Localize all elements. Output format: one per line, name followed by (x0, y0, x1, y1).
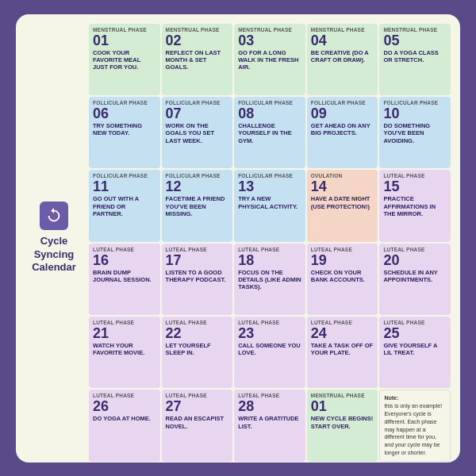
cell-text: GIVE YOURSELF A LIL TREAT. (383, 342, 447, 357)
cell-phase: Menstrual Phase (166, 27, 229, 33)
main-container: CycleSyncingCalendar Menstrual Phase 01 … (16, 14, 460, 463)
cell-02-1: Menstrual Phase 02 REFLECT ON LAST MONTH… (162, 24, 233, 95)
cell-number: 21 (93, 326, 156, 340)
cycle-icon (40, 202, 68, 230)
cell-text: DO YOGA AT HOME. (93, 415, 156, 422)
cell-text: WATCH YOUR FAVORITE MOVIE. (93, 342, 156, 357)
cell-10-9: Follicular Phase 10 DO SOMETHING YOU'VE … (379, 97, 451, 168)
cell-phase: Follicular Phase (166, 173, 229, 178)
cell-number: 22 (166, 326, 229, 340)
cell-number: 18 (238, 253, 301, 267)
cell-16-15: Luteal Phase 16 BRAIN DUMP JOURNAL SESSI… (89, 244, 160, 315)
cell-phase: Luteal Phase (311, 320, 374, 325)
cell-number: 08 (238, 106, 301, 121)
cell-14-13: Ovulation 14 HAVE A DATE NIGHT (USE PROT… (307, 170, 378, 241)
cell-phase: Follicular Phase (166, 100, 229, 106)
note-cell: Note: this is only an example! Everyone'… (379, 390, 451, 461)
cell-04-3: Menstrual Phase 04 BE CREATIVE (DO A CRA… (307, 24, 378, 95)
sidebar-title: CycleSyncingCalendar (32, 235, 76, 275)
cell-text: FOCUS ON THE DETAILS (LIKE ADMIN TASKS). (238, 269, 301, 291)
cell-phase: Menstrual Phase (93, 27, 156, 33)
cell-phase: Follicular Phase (238, 173, 301, 178)
cell-phase: Follicular Phase (238, 100, 301, 106)
cell-number: 15 (383, 179, 447, 194)
cell-text: LISTEN TO A GOOD THERAPY PODCAST. (166, 269, 229, 284)
cell-number: 23 (238, 326, 301, 340)
cell-phase: Luteal Phase (93, 247, 156, 252)
cell-09-8: Follicular Phase 09 GET AHEAD ON ANY BIG… (307, 97, 378, 168)
cell-number: 26 (93, 399, 156, 413)
cell-17-16: Luteal Phase 17 LISTEN TO A GOOD THERAPY… (162, 244, 233, 315)
cell-text: DO SOMETHING YOU'VE BEEN AVOIDING. (383, 122, 447, 144)
cell-01-28: Menstrual Phase 01 NEW CYCLE BEGINS! STA… (307, 390, 378, 461)
cell-phase: Follicular Phase (311, 100, 374, 106)
note-text: Note: this is only an example! Everyone'… (384, 394, 446, 456)
cell-number: 10 (383, 106, 447, 121)
cell-phase: Follicular Phase (93, 100, 156, 106)
cell-number: 13 (238, 179, 301, 194)
cell-text: SCHEDULE IN ANY APPOINTMENTS. (383, 269, 447, 284)
cell-phase: Luteal Phase (93, 320, 156, 325)
cell-23-22: Luteal Phase 23 CALL SOMEONE YOU LOVE. (234, 317, 305, 388)
cell-number: 27 (166, 399, 229, 413)
calendar-grid: Menstrual Phase 01 COOK YOUR FAVORITE ME… (89, 24, 451, 462)
cell-number: 07 (166, 106, 229, 121)
cell-phase: Luteal Phase (238, 320, 301, 325)
sidebar: CycleSyncingCalendar (25, 24, 83, 453)
cell-phase: Luteal Phase (383, 173, 447, 178)
cell-05-4: Menstrual Phase 05 DO A YOGA CLASS OR ST… (379, 24, 451, 95)
cell-phase: Ovulation (311, 173, 374, 178)
cell-number: 20 (383, 253, 447, 267)
cell-08-7: Follicular Phase 08 CHALLENGE YOURSELF I… (234, 97, 305, 168)
cell-19-18: Luteal Phase 19 CHECK ON YOUR BANK ACCOU… (307, 244, 378, 315)
cell-phase: Menstrual Phase (238, 27, 301, 33)
cell-number: 16 (93, 253, 156, 267)
cell-text: CHALLENGE YOURSELF IN THE GYM. (238, 122, 301, 144)
cell-number: 28 (238, 399, 301, 413)
cell-text: HAVE A DATE NIGHT (USE PROTECTION!) (311, 195, 374, 210)
cell-21-20: Luteal Phase 21 WATCH YOUR FAVORITE MOVI… (89, 317, 160, 388)
cell-number: 25 (383, 326, 447, 340)
cell-text: BE CREATIVE (DO A CRAFT OR DRAW). (311, 49, 374, 64)
cell-26-25: Luteal Phase 26 DO YOGA AT HOME. (89, 390, 160, 461)
cell-number: 02 (166, 33, 229, 48)
cell-text: CHECK ON YOUR BANK ACCOUNTS. (311, 269, 374, 284)
cell-phase: Luteal Phase (166, 393, 229, 398)
cell-25-24: Luteal Phase 25 GIVE YOURSELF A LIL TREA… (379, 317, 451, 388)
grid-container: Menstrual Phase 01 COOK YOUR FAVORITE ME… (89, 24, 451, 453)
cell-07-6: Follicular Phase 07 WORK ON THE GOALS YO… (162, 97, 233, 168)
cell-number: 12 (166, 179, 229, 194)
cell-text: NEW CYCLE BEGINS! START OVER. (311, 415, 374, 430)
cell-phase: Luteal Phase (166, 320, 229, 325)
cell-phase: Luteal Phase (311, 247, 374, 252)
cell-20-19: Luteal Phase 20 SCHEDULE IN ANY APPOINTM… (379, 244, 451, 315)
cell-text: COOK YOUR FAVORITE MEAL JUST FOR YOU. (93, 49, 156, 71)
cell-phase: Follicular Phase (383, 100, 447, 106)
cell-01-0: Menstrual Phase 01 COOK YOUR FAVORITE ME… (89, 24, 160, 95)
cell-text: GO OUT WITH A FRIEND OR PARTNER. (93, 195, 156, 217)
cell-text: CALL SOMEONE YOU LOVE. (238, 342, 301, 357)
cell-phase: Luteal Phase (238, 247, 301, 252)
cell-15-14: Luteal Phase 15 PRACTICE AFFIRMATIONS IN… (379, 170, 451, 241)
cell-number: 01 (93, 33, 156, 48)
cell-phase: Luteal Phase (93, 393, 156, 398)
cell-phase: Menstrual Phase (311, 27, 374, 33)
cell-phase: Menstrual Phase (311, 393, 374, 398)
cell-text: WRITE A GRATITUDE LIST. (238, 415, 301, 430)
cell-22-21: Luteal Phase 22 LET YOURSELF SLEEP IN. (162, 317, 233, 388)
cell-number: 17 (166, 253, 229, 267)
cell-text: GO FOR A LONG WALK IN THE FRESH AIR. (238, 49, 301, 71)
cell-phase: Menstrual Phase (383, 27, 447, 33)
cell-number: 05 (383, 33, 447, 48)
cell-text: TAKE A TASK OFF OF YOUR PLATE. (311, 342, 374, 357)
cell-phase: Luteal Phase (166, 247, 229, 252)
cell-phase: Luteal Phase (383, 247, 447, 252)
cell-number: 24 (311, 326, 374, 340)
cell-text: LET YOURSELF SLEEP IN. (166, 342, 229, 357)
cell-text: FACETIME A FRIEND YOU'VE BEEN MISSING. (166, 195, 229, 217)
cell-13-12: Follicular Phase 13 TRY A NEW PHYSICAL A… (234, 170, 305, 241)
cell-number: 19 (311, 253, 374, 267)
cell-06-5: Follicular Phase 06 TRY SOMETHING NEW TO… (89, 97, 160, 168)
cell-text: GET AHEAD ON ANY BIG PROJECTS. (311, 122, 374, 137)
cell-text: DO A YOGA CLASS OR STRETCH. (383, 49, 447, 64)
